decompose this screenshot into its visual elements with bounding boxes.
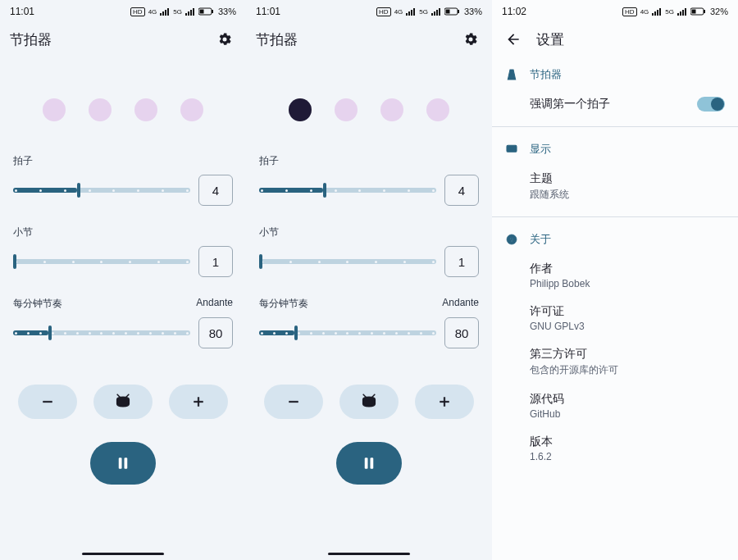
pause-icon xyxy=(116,455,130,471)
signal-icon xyxy=(431,7,441,16)
beats-control: 拍子 4 xyxy=(246,154,492,206)
back-button[interactable] xyxy=(502,28,525,51)
battery-icon xyxy=(690,7,707,16)
bars-value-input[interactable]: 1 xyxy=(198,246,233,277)
bars-value-input[interactable]: 1 xyxy=(444,246,479,277)
bpm-label: 每分钟节奏 xyxy=(259,297,308,311)
source-code-item[interactable]: 源代码 GitHub xyxy=(505,385,725,428)
bpm-value-input[interactable]: 80 xyxy=(198,317,233,348)
beats-value-input[interactable]: 4 xyxy=(198,175,233,206)
bars-label: 小节 xyxy=(259,225,279,239)
app-title: 节拍器 xyxy=(256,30,298,49)
item-title: 许可证 xyxy=(530,304,725,319)
svg-rect-1 xyxy=(199,10,203,14)
battery-pct: 33% xyxy=(218,7,236,16)
item-title: 版本 xyxy=(530,435,725,449)
bars-slider[interactable] xyxy=(13,253,190,270)
play-pause-button[interactable] xyxy=(90,442,156,485)
emphasize-first-beat-item[interactable]: 强调第一个拍子 xyxy=(505,90,725,120)
gear-icon xyxy=(462,31,479,48)
net-4g: 4G xyxy=(148,8,157,16)
bars-slider[interactable] xyxy=(259,253,436,270)
gear-icon xyxy=(216,31,233,48)
svg-rect-7 xyxy=(119,458,122,469)
play-pause-button[interactable] xyxy=(336,442,402,485)
tap-tempo-button[interactable] xyxy=(339,385,399,419)
nav-gesture-bar[interactable] xyxy=(82,553,164,555)
section-heading: 关于 xyxy=(530,232,551,247)
status-right: HD 4G 5G 33% xyxy=(130,7,236,16)
bars-control: 小节 1 xyxy=(246,225,492,277)
item-subtitle: 跟随系统 xyxy=(530,188,725,202)
beat-dot xyxy=(180,98,203,121)
app-bar: 节拍器 xyxy=(246,23,492,56)
settings-title: 设置 xyxy=(536,30,564,49)
beats-slider[interactable] xyxy=(259,182,436,198)
decrement-button[interactable] xyxy=(264,385,323,419)
increment-button[interactable] xyxy=(169,385,228,419)
bpm-slider[interactable] xyxy=(259,325,436,341)
drum-icon xyxy=(360,393,378,411)
item-subtitle: 1.6.2 xyxy=(530,451,725,462)
svg-rect-8 xyxy=(125,458,128,469)
beat-indicator-row xyxy=(0,98,246,121)
beat-dot xyxy=(43,98,66,121)
bpm-slider[interactable] xyxy=(13,325,190,341)
settings-button[interactable] xyxy=(459,28,482,51)
beats-slider[interactable] xyxy=(13,182,190,198)
plus-icon xyxy=(437,394,452,409)
increment-button[interactable] xyxy=(415,385,474,419)
drum-icon xyxy=(114,393,132,411)
tempo-name: Andante xyxy=(196,297,233,311)
bpm-value-input[interactable]: 80 xyxy=(444,317,479,348)
minus-icon xyxy=(40,394,55,409)
section-heading: 节拍器 xyxy=(530,67,562,82)
beats-value-input[interactable]: 4 xyxy=(444,175,479,206)
svg-rect-3 xyxy=(43,401,52,403)
tempo-name: Andante xyxy=(442,297,479,311)
beat-dot xyxy=(426,98,449,121)
bpm-label: 每分钟节奏 xyxy=(13,297,62,311)
status-bar: 11:01 HD 4G 5G 33% xyxy=(0,0,246,23)
status-time: 11:01 xyxy=(10,6,34,17)
svg-rect-12 xyxy=(289,401,298,403)
beat-dot xyxy=(380,98,403,121)
status-bar: 11:01 HD 4G 5G 33% xyxy=(246,0,492,23)
settings-app-bar: 设置 xyxy=(492,23,738,56)
beats-control: 拍子 4 xyxy=(0,154,246,206)
divider xyxy=(492,216,738,217)
status-bar: 11:02 HD 4G 5G 32% xyxy=(492,0,738,23)
version-item[interactable]: 版本 1.6.2 xyxy=(505,428,725,471)
beats-label: 拍子 xyxy=(259,154,279,168)
minus-icon xyxy=(286,394,301,409)
status-right: HD 4G 5G 33% xyxy=(376,7,482,16)
item-subtitle: Philipp Bobek xyxy=(530,278,725,289)
license-item[interactable]: 许可证 GNU GPLv3 xyxy=(505,298,725,340)
item-subtitle: GNU GPLv3 xyxy=(530,321,725,332)
bpm-control: 每分钟节奏 Andante 80 xyxy=(0,297,246,348)
section-metronome: 节拍器 强调第一个拍子 xyxy=(492,56,738,123)
back-arrow-icon xyxy=(505,31,522,48)
section-display: 显示 主题 跟随系统 xyxy=(492,130,738,213)
settings-button[interactable] xyxy=(213,28,236,51)
item-title: 第三方许可 xyxy=(530,347,725,362)
status-right: HD 4G 5G 32% xyxy=(622,7,728,16)
item-title: 主题 xyxy=(530,171,725,186)
signal-icon xyxy=(677,7,687,16)
item-title: 作者 xyxy=(530,262,725,276)
item-subtitle: 包含的开源库的许可 xyxy=(530,363,725,377)
net-5g: 5G xyxy=(173,8,182,16)
status-time: 11:02 xyxy=(502,6,526,17)
decrement-button[interactable] xyxy=(18,385,77,419)
bars-label: 小节 xyxy=(13,225,33,239)
nav-gesture-bar[interactable] xyxy=(328,553,410,555)
third-party-item[interactable]: 第三方许可 包含的开源库的许可 xyxy=(505,340,725,385)
emphasize-toggle[interactable] xyxy=(697,97,725,112)
theme-item[interactable]: 主题 跟随系统 xyxy=(505,165,725,210)
signal-icon xyxy=(185,7,195,16)
battery-pct: 32% xyxy=(710,7,728,16)
app-title: 节拍器 xyxy=(10,30,52,49)
author-item[interactable]: 作者 Philipp Bobek xyxy=(505,255,725,298)
svg-rect-15 xyxy=(444,398,445,407)
tap-tempo-button[interactable] xyxy=(93,385,153,419)
